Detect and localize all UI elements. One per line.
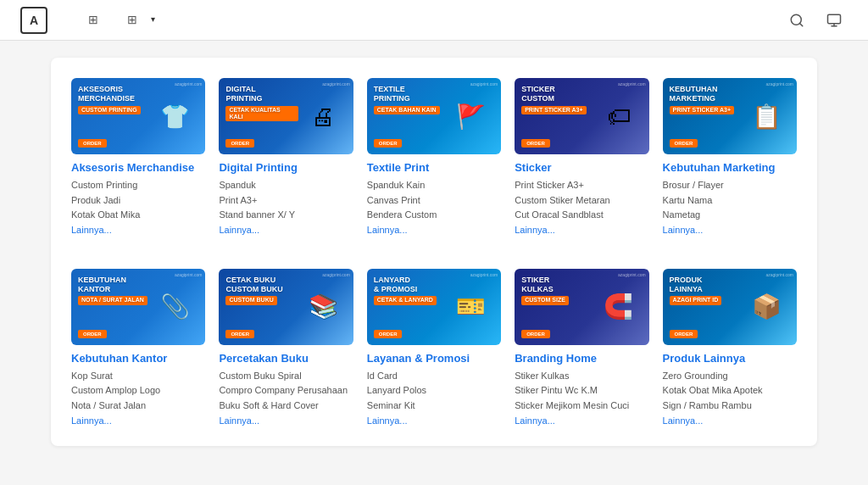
category-item[interactable]: LANYARD& PROMOSI CETAK & LANYARD azagipr… — [367, 269, 501, 426]
category-subs: Zero GroundingKotak Obat Mika ApotekSign… — [663, 369, 797, 414]
banner-button: ORDER — [225, 139, 254, 148]
category-sub-item: Id Card — [367, 369, 501, 384]
category-sub-item: Custom Printing — [71, 178, 205, 193]
category-name: Produk Lainnya — [663, 352, 797, 365]
banner-button: ORDER — [78, 330, 107, 338]
banner-watermark: azagiprint.com — [175, 272, 203, 277]
category-sub-item: Stiker Kulkas — [515, 369, 648, 384]
main-content: AKSESORISMERCHANDISE CUSTOM PRINTING aza… — [0, 41, 868, 485]
grid-icon: ⊞ — [88, 13, 98, 26]
category-name: Digital Printing — [219, 161, 353, 174]
category-more-link[interactable]: Lainnya... — [367, 415, 501, 426]
category-item[interactable]: KEBUTUHANMARKETING PRINT STICKER A3+ aza… — [663, 78, 797, 235]
banner-title: KEBUTUHANKANTOR NOTA / SURAT JALAN — [78, 276, 150, 305]
category-sub-item: Sign / Rambu Rambu — [663, 399, 797, 414]
banner-subtitle: CUSTOM PRINTING — [78, 106, 141, 114]
category-item[interactable]: AKSESORISMERCHANDISE CUSTOM PRINTING aza… — [71, 78, 205, 235]
banner-button: ORDER — [521, 139, 550, 148]
banner-watermark: azagiprint.com — [175, 81, 203, 86]
category-subs: Custom PrintingProduk JadiKotak Obat Mik… — [71, 178, 205, 223]
banner-subtitle: CUSTOM SIZE — [521, 296, 569, 304]
category-sub-item: Zero Grounding — [663, 369, 797, 384]
category-name: Aksesoris Merchandise — [71, 161, 205, 174]
category-sub-item: Print Sticker A3+ — [515, 178, 648, 193]
svg-rect-2 — [828, 14, 841, 24]
category-item[interactable]: TEXTILEPRINTING CETAK BAHAN KAIN azagipr… — [367, 78, 501, 235]
logo-icon: A — [20, 7, 47, 34]
banner-button: ORDER — [374, 139, 403, 148]
banner-watermark: azagiprint.com — [322, 81, 350, 86]
banner-decoration — [145, 78, 205, 154]
category-name: Textile Print — [367, 161, 501, 174]
category-sub-item: Nota / Surat Jalan — [71, 399, 205, 414]
banner-watermark: azagiprint.com — [765, 272, 793, 277]
category-sub-item: Kotak Obat Mika — [71, 208, 205, 223]
banner-subtitle: PRINT STICKER A3+ — [521, 106, 586, 114]
category-name: Sticker — [515, 161, 648, 174]
category-banner: LANYARD& PROMOSI CETAK & LANYARD azagipr… — [367, 269, 501, 345]
grid4-icon: ⊞ — [127, 13, 137, 26]
banner-subtitle: AZAGI PRINT ID — [670, 296, 722, 304]
category-more-link[interactable]: Lainnya... — [219, 415, 353, 426]
banner-decoration — [441, 78, 501, 154]
category-sub-item: Seminar Kit — [367, 399, 501, 414]
category-sub-item: Stand banner X/ Y — [219, 208, 353, 223]
banner-subtitle: NOTA / SURAT JALAN — [78, 296, 147, 304]
chevron-down-icon: ▾ — [151, 14, 155, 24]
category-sub-item: Compro Company Perusahaan — [219, 383, 353, 399]
category-subs: Custom Buku SpiralCompro Company Perusah… — [219, 369, 353, 414]
category-subs: SpandukPrint A3+Stand banner X/ Y — [219, 178, 353, 223]
category-item[interactable]: DIGITALPRINTING CETAK KUALITAS KALI azag… — [219, 78, 353, 235]
svg-line-1 — [799, 23, 802, 25]
category-sub-item: Kartu Nama — [663, 193, 797, 209]
category-name: Percetakan Buku — [219, 352, 353, 365]
banner-title: KEBUTUHANMARKETING PRINT STICKER A3+ — [670, 85, 742, 114]
banner-title: LANYARD& PROMOSI CETAK & LANYARD — [374, 276, 446, 305]
category-subs: Brosur / FlayerKartu NamaNametag — [663, 178, 797, 223]
banner-subtitle: PRINT STICKER A3+ — [670, 106, 734, 114]
header-actions — [783, 7, 848, 34]
category-subs: Id CardLanyard PolosSeminar Kit — [367, 369, 501, 414]
category-banner: KEBUTUHANMARKETING PRINT STICKER A3+ aza… — [663, 78, 797, 154]
category-sub-item: Brosur / Flayer — [663, 178, 797, 193]
banner-title: AKSESORISMERCHANDISE CUSTOM PRINTING — [78, 85, 150, 114]
category-more-link[interactable]: Lainnya... — [367, 225, 501, 235]
category-item[interactable]: KEBUTUHANKANTOR NOTA / SURAT JALAN azagi… — [71, 269, 205, 426]
nav-semua-produk[interactable]: ⊞ — [76, 0, 115, 41]
category-item[interactable]: STICKERCUSTOM PRINT STICKER A3+ azagipri… — [515, 78, 648, 235]
banner-decoration — [737, 269, 797, 345]
category-subs: Spanduk KainCanvas PrintBendera Custom — [367, 178, 501, 223]
category-more-link[interactable]: Lainnya... — [71, 415, 205, 426]
category-more-link[interactable]: Lainnya... — [219, 225, 353, 235]
category-more-link[interactable]: Lainnya... — [663, 225, 797, 235]
account-button[interactable] — [821, 7, 848, 34]
category-sub-item: Custom Amplop Logo — [71, 383, 205, 399]
category-banner: KEBUTUHANKANTOR NOTA / SURAT JALAN azagi… — [71, 269, 205, 345]
category-sub-item: Sticker Mejikom Mesin Cuci — [515, 399, 648, 414]
search-button[interactable] — [783, 7, 810, 34]
banner-title: CETAK BUKUCUSTOM BUKU CUSTOM BUKU — [225, 276, 298, 305]
category-item[interactable]: STIKERKULKAS CUSTOM SIZE azagiprint.com … — [515, 269, 648, 426]
banner-watermark: azagiprint.com — [322, 272, 350, 277]
banner-title: PRODUKLAINNYA AZAGI PRINT ID — [670, 276, 742, 305]
banner-subtitle: CETAK & LANYARD — [374, 296, 437, 304]
banner-subtitle: CETAK KUALITAS KALI — [225, 106, 298, 122]
category-sub-item: Nametag — [663, 208, 797, 223]
banner-watermark: azagiprint.com — [618, 81, 646, 86]
category-item[interactable]: PRODUKLAINNYA AZAGI PRINT ID azagiprint.… — [663, 269, 797, 426]
banner-watermark: azagiprint.com — [470, 272, 498, 277]
category-more-link[interactable]: Lainnya... — [515, 225, 648, 235]
category-sub-item: Print A3+ — [219, 193, 353, 209]
category-name: Layanan & Promosi — [367, 352, 501, 365]
category-more-link[interactable]: Lainnya... — [663, 415, 797, 426]
banner-decoration — [588, 78, 648, 154]
category-more-link[interactable]: Lainnya... — [71, 225, 205, 235]
header: A ⊞ ⊞ ▾ — [0, 0, 868, 41]
category-more-link[interactable]: Lainnya... — [515, 415, 648, 426]
category-item[interactable]: CETAK BUKUCUSTOM BUKU CUSTOM BUKU azagip… — [219, 269, 353, 426]
logo[interactable]: A — [20, 7, 53, 34]
banner-button: ORDER — [670, 330, 698, 338]
nav-kategori[interactable]: ⊞ ▾ — [115, 0, 167, 41]
category-sub-item: Spanduk Kain — [367, 178, 501, 193]
banner-watermark: azagiprint.com — [618, 272, 646, 277]
